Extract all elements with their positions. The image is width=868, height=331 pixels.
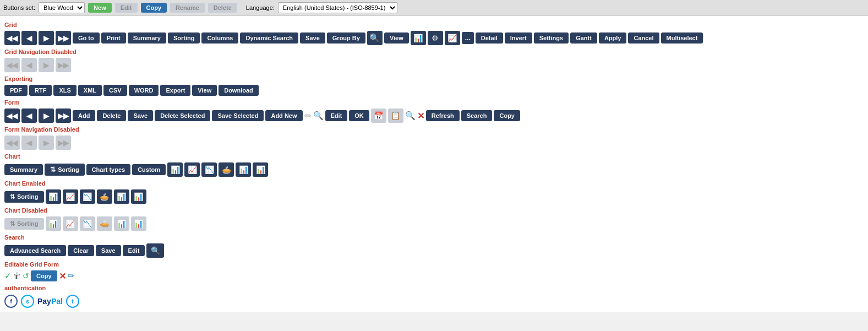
area-chart-icon-btn[interactable]: 📉 xyxy=(201,162,217,177)
rtf-button[interactable]: RTF xyxy=(29,85,52,96)
refresh-button[interactable]: Refresh xyxy=(426,110,460,121)
facebook-icon[interactable]: f xyxy=(4,295,18,308)
x-icon[interactable]: ✕ xyxy=(417,111,424,121)
xml-button[interactable]: XML xyxy=(78,85,102,96)
form-edit-button[interactable]: Edit xyxy=(325,110,348,121)
form-next-button[interactable]: ▶ xyxy=(39,108,54,123)
search-icon2-light[interactable]: 🔍 xyxy=(405,111,416,121)
csv-button[interactable]: CSV xyxy=(103,85,127,96)
goto-button[interactable]: Go to xyxy=(73,32,100,44)
combo-chart-icon-btn[interactable]: 📊 xyxy=(236,162,251,177)
ok-button[interactable]: OK xyxy=(349,110,369,121)
print-button[interactable]: Print xyxy=(101,32,126,44)
dots-button[interactable]: ... xyxy=(462,32,474,44)
summary-button[interactable]: Summary xyxy=(128,32,166,44)
apply-button[interactable]: Apply xyxy=(599,32,627,44)
refresh-icon[interactable]: ↺ xyxy=(23,272,29,280)
chart-types-button[interactable]: Chart types xyxy=(86,164,131,175)
egf-pencil-icon[interactable]: ✏ xyxy=(68,271,75,281)
form-delete-button[interactable]: Delete xyxy=(97,110,126,121)
chart-enabled-stacked[interactable]: 📊 xyxy=(131,189,146,204)
checkmark-icon[interactable]: ✓ xyxy=(4,271,12,281)
skype-icon[interactable]: s xyxy=(21,295,34,308)
export-view-button[interactable]: View xyxy=(192,85,217,96)
twitter-icon[interactable]: t xyxy=(66,295,79,308)
download-button[interactable]: Download xyxy=(219,85,259,96)
save-selected-button[interactable]: Save Selected xyxy=(212,110,264,121)
view-button[interactable]: View xyxy=(384,32,409,44)
chart-disabled-sorting-button: ⇅ Sorting xyxy=(4,218,44,230)
egf-x-icon[interactable]: ✕ xyxy=(59,271,66,281)
grid-last-button[interactable]: ▶▶ xyxy=(56,31,71,45)
word-button[interactable]: WORD xyxy=(129,85,159,96)
form-last-button[interactable]: ▶▶ xyxy=(56,108,71,123)
columns-button[interactable]: Columns xyxy=(201,32,238,44)
chart-enabled-pie[interactable]: 🥧 xyxy=(97,189,112,204)
chart-combo-button[interactable]: 📈 xyxy=(445,31,460,45)
add-button[interactable]: Add xyxy=(73,110,95,121)
sorting-button[interactable]: Sorting xyxy=(168,32,200,44)
gantt-button[interactable]: Gantt xyxy=(570,32,597,44)
grid-prev-button[interactable]: ◀ xyxy=(21,31,37,45)
multiselect-button[interactable]: Multiselect xyxy=(661,32,703,44)
xls-button[interactable]: XLS xyxy=(53,85,76,96)
form-nav-disabled-row: ◀◀ ◀ ▶ ▶▶ xyxy=(4,135,864,150)
save-button[interactable]: Save xyxy=(300,32,325,44)
editable-grid-form-row: ✓ 🗑 ↺ Copy ✕ ✏ xyxy=(4,270,864,281)
paypal-logo[interactable]: PayPal xyxy=(37,297,63,306)
form-search-button[interactable]: Search xyxy=(461,110,493,121)
chart-sorting-button[interactable]: ⇅ Sorting xyxy=(45,164,85,176)
line-chart-icon-btn[interactable]: 📈 xyxy=(184,162,200,177)
bar-chart-icon-btn[interactable]: 📊 xyxy=(167,162,183,177)
copy-button[interactable]: Copy xyxy=(141,3,167,13)
pie-chart-icon-btn[interactable]: 🥧 xyxy=(219,162,234,177)
add-new-button[interactable]: Add New xyxy=(265,110,302,121)
search-icon-button[interactable]: 🔍 xyxy=(367,31,383,45)
pencil-icon-light[interactable]: ✏ xyxy=(304,111,312,121)
dynamic-search-button[interactable]: Dynamic Search xyxy=(240,32,298,44)
rename-button[interactable]: Rename xyxy=(170,3,205,13)
form-first-button[interactable]: ◀◀ xyxy=(4,108,20,123)
form-save-button[interactable]: Save xyxy=(128,110,153,121)
settings-button[interactable]: Settings xyxy=(534,32,569,44)
delete-selected-button[interactable]: Delete Selected xyxy=(155,110,210,121)
calendar-icon-button[interactable]: 📅 xyxy=(371,108,386,123)
chart-enabled-row: ⇅ Sorting 📊 📈 📉 🥧 📊 📊 xyxy=(4,189,864,204)
search-icon-light[interactable]: 🔍 xyxy=(313,111,324,121)
buttons-set-select[interactable]: Blue Wood Default Flat xyxy=(39,2,85,13)
chart-enabled-bar[interactable]: 📊 xyxy=(46,189,61,204)
search-save-button[interactable]: Save xyxy=(96,245,121,256)
advanced-search-button[interactable]: Advanced Search xyxy=(4,245,66,256)
gear-chart-button[interactable]: ⚙ xyxy=(428,31,443,45)
search-magnify-button[interactable]: 🔍 xyxy=(146,243,164,258)
grid-next-button[interactable]: ▶ xyxy=(39,31,54,45)
stacked-chart-icon-btn[interactable]: 📊 xyxy=(253,162,268,177)
sorting-icon3: ⇅ xyxy=(10,220,15,227)
grid-first-button[interactable]: ◀◀ xyxy=(4,31,20,45)
invert-button[interactable]: Invert xyxy=(505,32,532,44)
chart-enabled-sorting-button[interactable]: ⇅ Sorting xyxy=(4,191,44,203)
delete-button[interactable]: Delete xyxy=(208,3,237,13)
new-button[interactable]: New xyxy=(88,3,112,13)
edit-button[interactable]: Edit xyxy=(115,3,138,13)
trash-icon[interactable]: 🗑 xyxy=(13,272,21,280)
bar-chart-button[interactable]: 📊 xyxy=(411,31,426,45)
pdf-button[interactable]: PDF xyxy=(4,85,28,96)
egf-copy-button[interactable]: Copy xyxy=(31,270,57,281)
cancel-button[interactable]: Cancel xyxy=(628,32,659,44)
form-copy-button[interactable]: Copy xyxy=(494,110,520,121)
detail-button[interactable]: Detail xyxy=(476,32,503,44)
clear-button[interactable]: Clear xyxy=(68,245,94,256)
language-select[interactable]: English (United States) - (ISO-8859-1) xyxy=(278,2,397,13)
chart-enabled-area[interactable]: 📉 xyxy=(80,189,95,204)
chart-summary-button[interactable]: Summary xyxy=(4,164,43,175)
search-edit-button[interactable]: Edit xyxy=(123,245,145,256)
chart-enabled-combo[interactable]: 📊 xyxy=(114,189,129,204)
table-icon-button[interactable]: 📋 xyxy=(388,108,403,123)
form-prev-button[interactable]: ◀ xyxy=(21,108,37,123)
group-by-button[interactable]: Group By xyxy=(327,32,365,44)
grid-nav-disabled-row: ◀◀ ◀ ▶ ▶▶ xyxy=(4,58,864,72)
export-button[interactable]: Export xyxy=(160,85,190,96)
chart-enabled-line[interactable]: 📈 xyxy=(63,189,78,204)
chart-custom-button[interactable]: Custom xyxy=(132,164,166,175)
